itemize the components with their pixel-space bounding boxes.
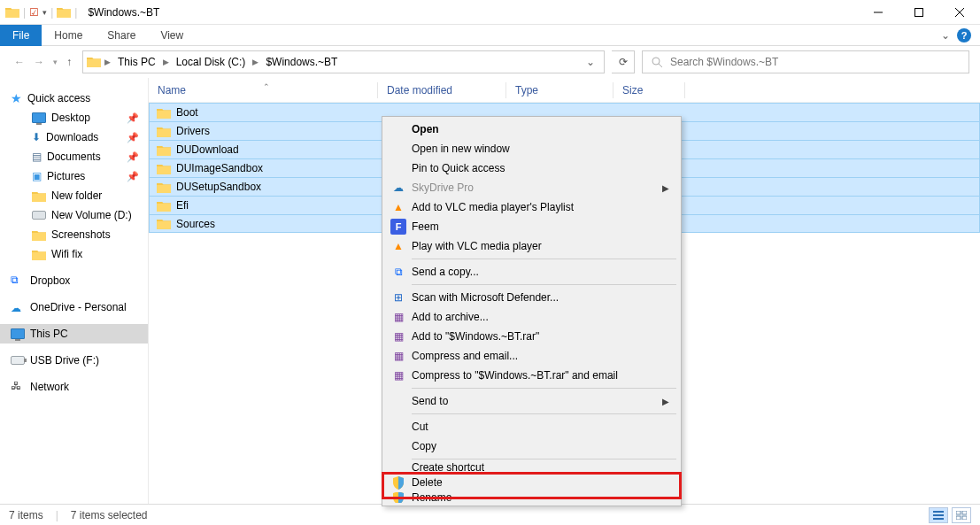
ctx-rename[interactable]: Rename	[385, 492, 678, 503]
ctx-copy[interactable]: Copy	[385, 436, 678, 456]
back-button[interactable]: ←	[14, 56, 25, 68]
shield-icon	[390, 492, 406, 503]
column-date-modified[interactable]: Date modified	[378, 84, 505, 97]
dropbox-icon: ⧉	[11, 274, 25, 288]
folder-icon	[157, 107, 171, 119]
view-details-button[interactable]	[929, 507, 948, 523]
chevron-right-icon[interactable]: ▶	[161, 58, 171, 66]
status-separator: |	[56, 509, 58, 521]
sidebar-item-pictures[interactable]: ▣Pictures📌	[0, 166, 148, 186]
ctx-separator	[412, 413, 676, 414]
ctx-open-new-window[interactable]: Open in new window	[385, 139, 678, 158]
ctx-add-rar[interactable]: ▦Add to "$Windows.~BT.rar"	[385, 327, 678, 346]
ctx-vlc-play[interactable]: ▲Play with VLC media player	[385, 236, 678, 256]
qat-separator-2: |	[50, 6, 53, 19]
chevron-right-icon[interactable]: ▶	[103, 58, 112, 66]
sidebar-dropbox[interactable]: ⧉Dropbox	[0, 271, 148, 290]
ctx-separator	[412, 259, 676, 259]
recent-locations-button[interactable]: ▾	[53, 58, 58, 66]
ctx-compress-rar-email[interactable]: ▦Compress to "$Windows.~BT.rar" and emai…	[385, 366, 678, 385]
sidebar-network[interactable]: 🖧Network	[0, 377, 148, 397]
skydrive-icon: ☁	[390, 180, 406, 196]
ctx-feem[interactable]: FFeem	[385, 217, 678, 236]
sidebar-item-new-volume[interactable]: New Volume (D:)	[0, 205, 148, 225]
maximize-button[interactable]	[899, 0, 939, 25]
breadcrumb-segment[interactable]: $Windows.~BT	[262, 56, 341, 68]
qat-separator: |	[23, 6, 26, 19]
ctx-label: Add to "$Windows.~BT.rar"	[412, 330, 539, 343]
ctx-label: Send to	[412, 395, 448, 407]
folder-icon	[157, 200, 171, 212]
refresh-button[interactable]: ⟳	[612, 50, 635, 73]
sidebar-label: New folder	[51, 189, 102, 202]
chevron-down-icon[interactable]: ▾	[42, 8, 47, 17]
ctx-delete[interactable]: Delete	[385, 473, 678, 492]
status-item-count: 7 items	[9, 509, 43, 521]
column-size[interactable]: Size	[613, 84, 684, 97]
sidebar-this-pc[interactable]: This PC	[0, 324, 148, 344]
tab-home[interactable]: Home	[42, 25, 95, 46]
defender-icon: ⊞	[390, 290, 406, 305]
sidebar-label: Network	[30, 381, 69, 393]
ctx-vlc-add-playlist[interactable]: ▲Add to VLC media player's Playlist	[385, 197, 678, 217]
sidebar-item-downloads[interactable]: ⬇Downloads📌	[0, 127, 148, 147]
file-name: Boot	[176, 106, 198, 119]
close-button[interactable]	[939, 0, 980, 25]
breadcrumb-segment[interactable]: Local Disk (C:)	[173, 56, 250, 68]
column-name[interactable]: Name⌃	[149, 84, 377, 97]
ctx-create-shortcut[interactable]: Create shortcut	[385, 462, 678, 473]
ctx-defender-scan[interactable]: ⊞Scan with Microsoft Defender...	[385, 288, 678, 307]
folder-icon	[32, 229, 46, 241]
sidebar-item-wifi-fix[interactable]: Wifi fix	[0, 244, 148, 264]
view-large-icons-button[interactable]	[952, 507, 971, 523]
file-name: DUImageSandbox	[176, 162, 263, 174]
search-box[interactable]: Search $Windows.~BT	[642, 50, 969, 73]
sidebar-item-screenshots[interactable]: Screenshots	[0, 225, 148, 244]
up-button[interactable]: ↑	[66, 56, 72, 68]
tab-file[interactable]: File	[0, 25, 42, 46]
folder-icon	[157, 163, 171, 174]
ctx-skydrive-pro[interactable]: ☁SkyDrive Pro▶	[385, 178, 678, 197]
sidebar-label: USB Drive (F:)	[30, 354, 99, 367]
forward-button[interactable]: →	[34, 56, 44, 68]
tab-view[interactable]: View	[148, 25, 196, 46]
svg-rect-10	[962, 511, 967, 514]
ctx-send-to[interactable]: Send to▶	[385, 391, 678, 411]
sidebar-item-documents[interactable]: ▤Documents📌	[0, 147, 148, 166]
sidebar-item-desktop[interactable]: Desktop📌	[0, 108, 148, 127]
ctx-label: Compress and email...	[412, 350, 518, 362]
folder-icon	[157, 218, 171, 229]
sidebar-item-new-folder[interactable]: New folder	[0, 186, 148, 205]
sidebar-quick-access[interactable]: ★ Quick access	[0, 89, 148, 108]
tab-share[interactable]: Share	[95, 25, 148, 46]
svg-rect-7	[933, 514, 944, 516]
address-bar[interactable]: ▶ This PC ▶ Local Disk (C:) ▶ $Windows.~…	[82, 50, 605, 73]
address-dropdown-icon[interactable]: ⌄	[586, 56, 595, 68]
sidebar-label: This PC	[30, 328, 68, 340]
ctx-compress-email[interactable]: ▦Compress and email...	[385, 346, 678, 366]
ctx-label: Open in new window	[412, 143, 510, 155]
help-icon[interactable]: ?	[957, 28, 971, 42]
ctx-add-archive[interactable]: ▦Add to archive...	[385, 307, 678, 327]
checkbox-icon[interactable]: ☑	[29, 6, 39, 19]
ribbon-expand-icon[interactable]: ⌄	[941, 29, 950, 42]
ctx-open[interactable]: Open	[385, 120, 678, 139]
vlc-icon: ▲	[390, 199, 406, 215]
sidebar-onedrive[interactable]: ☁OneDrive - Personal	[0, 297, 148, 317]
ctx-send-a-copy[interactable]: ⧉Send a copy...	[385, 262, 678, 282]
sidebar-usb-drive[interactable]: USB Drive (F:)	[0, 351, 148, 370]
cloud-icon: ☁	[11, 302, 25, 313]
folder-icon	[157, 181, 171, 193]
network-icon: 🖧	[11, 380, 25, 394]
navigation-bar: ← → ▾ ↑ ▶ This PC ▶ Local Disk (C:) ▶ $W…	[0, 46, 980, 78]
breadcrumb-segment[interactable]: This PC	[114, 56, 159, 68]
chevron-right-icon[interactable]: ▶	[251, 58, 260, 66]
folder-icon	[32, 249, 46, 260]
ctx-pin-quick-access[interactable]: Pin to Quick access	[385, 158, 678, 178]
folder-icon	[32, 190, 46, 202]
ctx-cut[interactable]: Cut	[385, 417, 678, 436]
column-type[interactable]: Type	[506, 84, 613, 97]
svg-rect-8	[933, 518, 944, 520]
minimize-button[interactable]	[858, 0, 899, 25]
svg-rect-6	[933, 511, 944, 513]
